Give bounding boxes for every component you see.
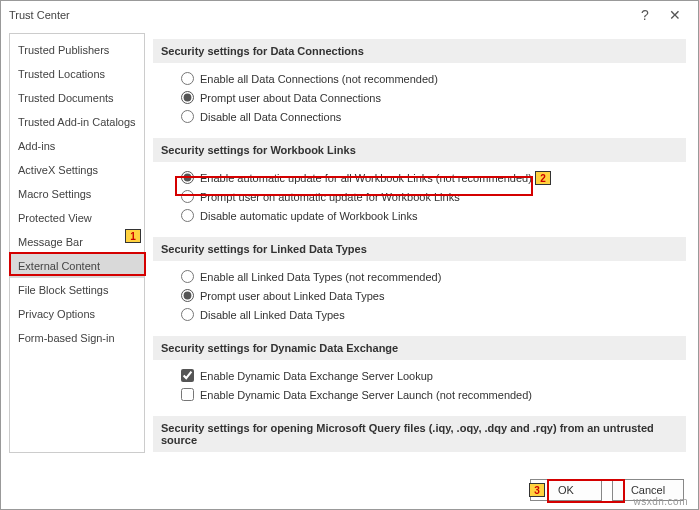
titlebar: Trust Center ? ✕ bbox=[1, 1, 698, 29]
opt-dc-enable-all[interactable]: Enable all Data Connections (not recomme… bbox=[181, 69, 682, 88]
sidebar-item-external-content[interactable]: External Content bbox=[10, 254, 144, 278]
opt-wl-disable[interactable]: Disable automatic update of Workbook Lin… bbox=[181, 206, 682, 225]
sidebar-item-protected-view[interactable]: Protected View bbox=[10, 206, 144, 230]
sidebar-item-trusted-locations[interactable]: Trusted Locations bbox=[10, 62, 144, 86]
opt-wl-prompt[interactable]: Prompt user on automatic update for Work… bbox=[181, 187, 682, 206]
opt-ldt-disable[interactable]: Disable all Linked Data Types bbox=[181, 305, 682, 324]
opt-dde-lookup[interactable]: Enable Dynamic Data Exchange Server Look… bbox=[181, 366, 682, 385]
close-icon[interactable]: ✕ bbox=[660, 7, 690, 23]
group-data-connections: Enable all Data Connections (not recomme… bbox=[153, 63, 686, 132]
group-dde: Enable Dynamic Data Exchange Server Look… bbox=[153, 360, 686, 410]
section-header-linked-data-types: Security settings for Linked Data Types bbox=[153, 237, 686, 261]
opt-ldt-enable-all[interactable]: Enable all Linked Data Types (not recomm… bbox=[181, 267, 682, 286]
sidebar-item-privacy[interactable]: Privacy Options bbox=[10, 302, 144, 326]
opt-dde-launch[interactable]: Enable Dynamic Data Exchange Server Laun… bbox=[181, 385, 682, 404]
group-linked-data-types: Enable all Linked Data Types (not recomm… bbox=[153, 261, 686, 330]
section-header-dde: Security settings for Dynamic Data Excha… bbox=[153, 336, 686, 360]
group-workbook-links: Enable automatic update for all Workbook… bbox=[153, 162, 686, 231]
group-query-files: Always block the connection of untrusted… bbox=[153, 452, 686, 453]
sidebar-item-trusted-documents[interactable]: Trusted Documents bbox=[10, 86, 144, 110]
opt-wl-enable-auto[interactable]: Enable automatic update for all Workbook… bbox=[181, 168, 682, 187]
sidebar-item-file-block[interactable]: File Block Settings bbox=[10, 278, 144, 302]
opt-ldt-prompt[interactable]: Prompt user about Linked Data Types bbox=[181, 286, 682, 305]
sidebar-item-addins[interactable]: Add-ins bbox=[10, 134, 144, 158]
section-header-query-files: Security settings for opening Microsoft … bbox=[153, 416, 686, 452]
sidebar-item-message-bar[interactable]: Message Bar bbox=[10, 230, 144, 254]
sidebar: Trusted Publishers Trusted Locations Tru… bbox=[9, 33, 145, 453]
main-panel: Security settings for Data Connections E… bbox=[153, 33, 690, 453]
sidebar-item-macro[interactable]: Macro Settings bbox=[10, 182, 144, 206]
section-header-workbook-links: Security settings for Workbook Links bbox=[153, 138, 686, 162]
window-title: Trust Center bbox=[9, 9, 630, 21]
sidebar-item-form-signin[interactable]: Form-based Sign-in bbox=[10, 326, 144, 350]
sidebar-item-trusted-addin-catalogs[interactable]: Trusted Add-in Catalogs bbox=[10, 110, 144, 134]
dialog-body: Trusted Publishers Trusted Locations Tru… bbox=[1, 29, 698, 461]
sidebar-item-trusted-publishers[interactable]: Trusted Publishers bbox=[10, 38, 144, 62]
opt-dc-disable[interactable]: Disable all Data Connections bbox=[181, 107, 682, 126]
sidebar-item-activex[interactable]: ActiveX Settings bbox=[10, 158, 144, 182]
section-header-data-connections: Security settings for Data Connections bbox=[153, 39, 686, 63]
opt-dc-prompt[interactable]: Prompt user about Data Connections bbox=[181, 88, 682, 107]
help-icon[interactable]: ? bbox=[630, 7, 660, 23]
ok-button[interactable]: OK bbox=[530, 479, 602, 501]
watermark: wsxdn.com bbox=[633, 496, 688, 507]
